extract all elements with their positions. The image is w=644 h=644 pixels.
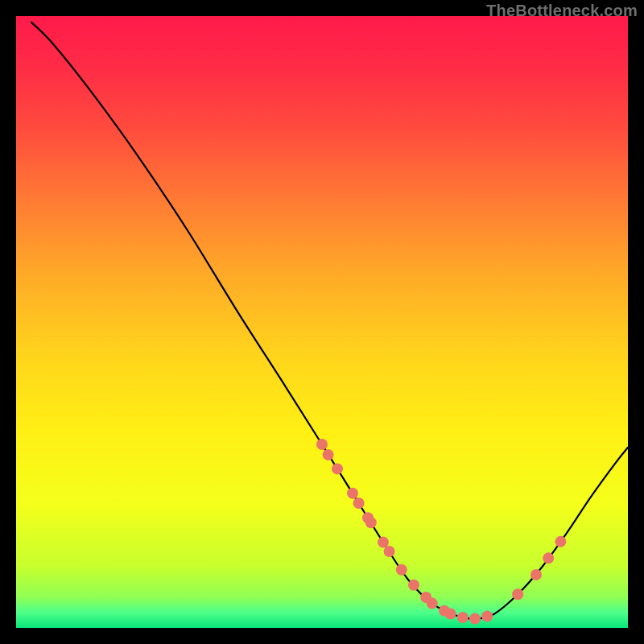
data-marker (316, 439, 328, 450)
chart-root: { "watermark": "TheBottleneck.com", "col… (0, 0, 644, 644)
data-marker (512, 588, 523, 600)
data-marker (427, 598, 438, 609)
data-marker (347, 488, 358, 499)
data-marker (323, 449, 334, 460)
data-marker (384, 546, 395, 557)
data-marker (543, 552, 554, 564)
data-marker (469, 613, 481, 625)
bottleneck-curve-chart (16, 16, 628, 628)
data-marker (365, 517, 377, 528)
data-marker (408, 580, 419, 591)
data-marker (353, 497, 365, 509)
data-marker (396, 564, 407, 576)
data-marker (378, 537, 389, 548)
data-marker (332, 463, 343, 474)
data-marker (457, 612, 469, 623)
data-marker (555, 536, 566, 547)
gradient-background (16, 16, 628, 628)
data-marker (530, 569, 542, 580)
plot-area (16, 16, 628, 628)
data-marker (481, 611, 493, 622)
data-marker (445, 609, 456, 620)
